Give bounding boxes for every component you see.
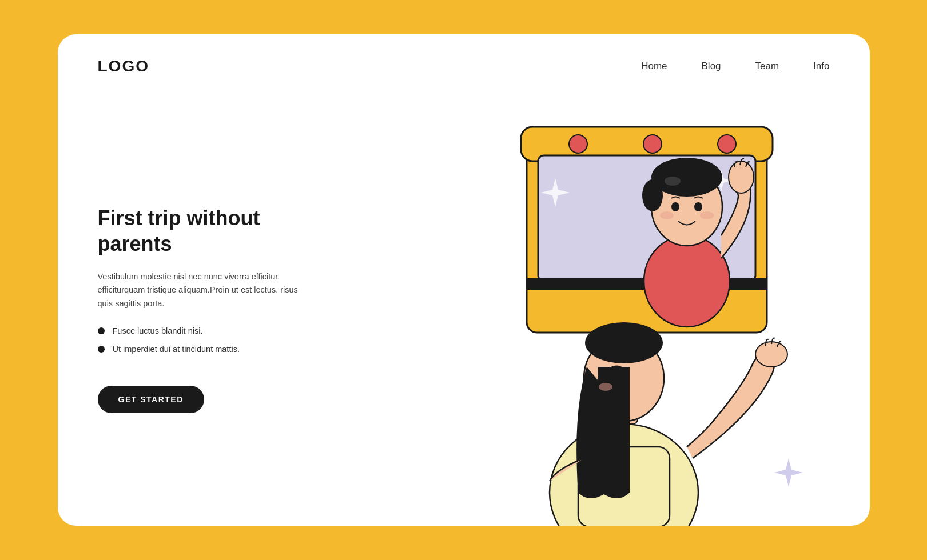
get-started-button[interactable]: GET STARTED: [98, 386, 204, 413]
bullet-text-1: Fusce luctus blandit nisi.: [113, 326, 203, 335]
svg-point-28: [599, 383, 612, 391]
landing-card: LOGO Home Blog Team Info First trip with…: [58, 34, 870, 526]
left-content: First trip without parents Vestibulum mo…: [98, 98, 372, 497]
nav-link-team[interactable]: Team: [755, 61, 779, 71]
svg-point-27: [611, 373, 619, 382]
svg-point-24: [585, 322, 663, 363]
nav-item-team[interactable]: Team: [755, 61, 779, 72]
bullet-text-2: Ut imperdiet dui at tincidunt mattis.: [113, 345, 240, 354]
main-content: First trip without parents Vestibulum mo…: [58, 87, 870, 526]
svg-point-18: [700, 211, 714, 219]
hero-illustration: [447, 93, 847, 526]
body-text: Vestibulum molestie nisl nec nunc viverr…: [98, 270, 315, 310]
svg-point-2: [569, 135, 587, 153]
nav-link-home[interactable]: Home: [641, 61, 667, 71]
logo: LOGO: [98, 57, 149, 75]
svg-point-29: [755, 342, 787, 367]
bullet-dot-1: [98, 327, 105, 334]
bullet-list: Fusce luctus blandit nisi. Ut imperdiet …: [98, 326, 372, 363]
svg-point-16: [694, 202, 702, 211]
bullet-dot-2: [98, 346, 105, 353]
nav-link-info[interactable]: Info: [813, 61, 829, 71]
page-title: First trip without parents: [98, 205, 338, 257]
svg-marker-30: [774, 458, 803, 487]
svg-point-14: [665, 177, 681, 186]
nav-links: Home Blog Team Info: [641, 61, 829, 72]
illustration-area: [372, 98, 830, 497]
navbar: LOGO Home Blog Team Info: [58, 34, 870, 87]
svg-point-13: [642, 179, 663, 211]
nav-link-blog[interactable]: Blog: [702, 61, 721, 71]
nav-item-home[interactable]: Home: [641, 61, 667, 72]
nav-item-info[interactable]: Info: [813, 61, 829, 72]
bullet-item-2: Ut imperdiet dui at tincidunt mattis.: [98, 345, 372, 354]
svg-point-9: [644, 235, 730, 327]
svg-point-15: [671, 202, 679, 211]
svg-point-17: [660, 211, 674, 219]
nav-item-blog[interactable]: Blog: [702, 61, 721, 72]
svg-point-19: [729, 161, 754, 193]
svg-point-3: [643, 135, 662, 153]
svg-point-4: [718, 135, 736, 153]
bullet-item-1: Fusce luctus blandit nisi.: [98, 326, 372, 335]
